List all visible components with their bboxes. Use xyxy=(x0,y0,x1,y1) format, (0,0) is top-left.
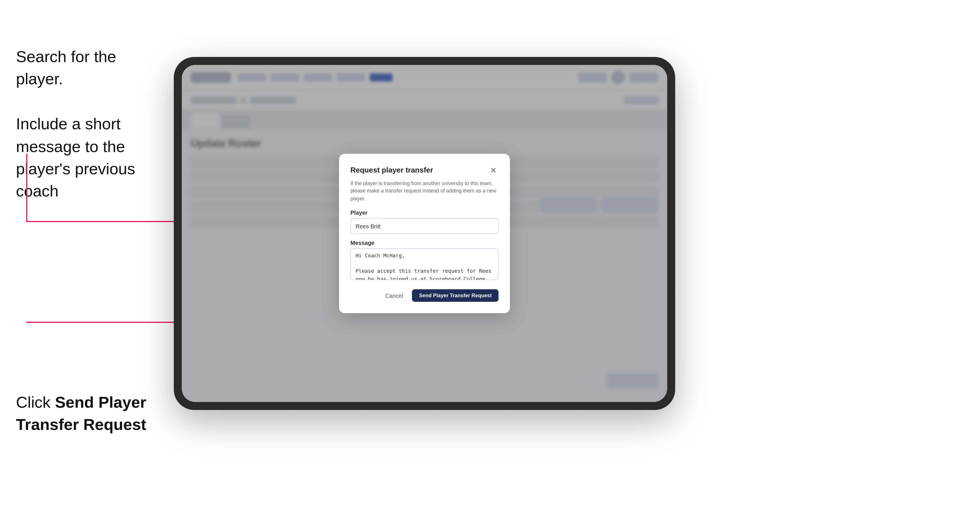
cancel-button[interactable]: Cancel xyxy=(381,290,408,301)
annotation-search-text: Search for the player. xyxy=(16,46,164,90)
tablet-frame: Update Roster Request p xyxy=(174,57,675,410)
annotation-click-area: Click Send Player Transfer Request xyxy=(16,391,164,436)
player-input[interactable] xyxy=(350,218,498,234)
request-transfer-modal: Request player transfer ✕ If the player … xyxy=(339,154,510,313)
player-label: Player xyxy=(350,210,498,216)
modal-footer: Cancel Send Player Transfer Request xyxy=(350,290,498,302)
message-label: Message xyxy=(350,240,498,246)
message-textarea[interactable]: Hi Coach McHarg, Please accept this tran… xyxy=(350,249,498,281)
modal-close-button[interactable]: ✕ xyxy=(488,165,498,175)
annotation-click-prefix: Click xyxy=(16,393,55,411)
annotation-message-text: Include a short message to the player's … xyxy=(16,113,164,202)
send-transfer-button[interactable]: Send Player Transfer Request xyxy=(412,290,498,302)
modal-overlay: Request player transfer ✕ If the player … xyxy=(182,65,667,402)
tablet-screen: Update Roster Request p xyxy=(182,65,667,402)
modal-title: Request player transfer xyxy=(350,166,433,175)
annotation-arrow-line-v1 xyxy=(26,154,27,222)
modal-description: If the player is transferring from anoth… xyxy=(350,180,498,203)
modal-header: Request player transfer ✕ xyxy=(350,165,498,175)
